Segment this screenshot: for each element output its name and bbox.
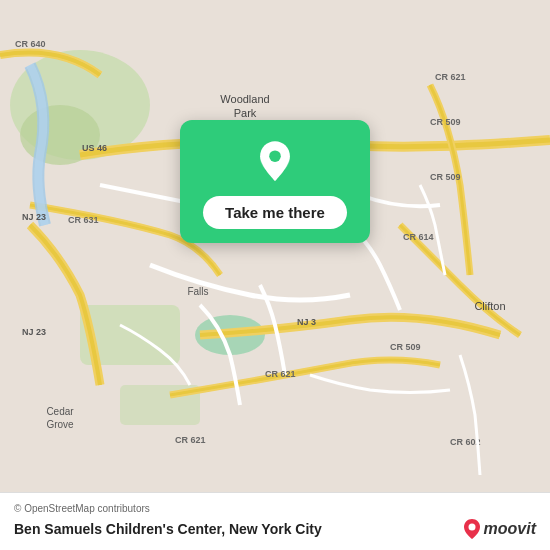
svg-text:Park: Park [234,107,257,119]
take-me-there-button[interactable]: Take me there [203,196,347,229]
svg-text:Woodland: Woodland [220,93,269,105]
moovit-logo: moovit [463,518,536,540]
bottom-bar: © OpenStreetMap contributors Ben Samuels… [0,492,550,550]
svg-text:NJ 3: NJ 3 [297,317,316,327]
svg-text:CR 631: CR 631 [68,215,99,225]
map-attribution: © OpenStreetMap contributors [14,503,536,514]
svg-text:CR 621: CR 621 [435,72,466,82]
svg-point-27 [269,150,281,162]
svg-text:CR 621: CR 621 [265,369,296,379]
place-name: Ben Samuels Children's Center, New York … [14,521,322,537]
svg-text:CR 621: CR 621 [175,435,206,445]
svg-text:Cedar: Cedar [46,406,74,417]
location-pin-icon [251,138,299,186]
svg-text:Clifton: Clifton [474,300,505,312]
moovit-pin-icon [463,518,481,540]
svg-text:Falls: Falls [187,286,208,297]
svg-text:CR 509: CR 509 [390,342,421,352]
map-background: CR 640 US 46 NJ 23 NJ 23 CR 631 NJ 3 CR … [0,0,550,550]
svg-point-28 [468,524,475,531]
svg-text:US 46: US 46 [82,143,107,153]
svg-text:NJ 23: NJ 23 [22,212,46,222]
svg-text:CR 509: CR 509 [430,117,461,127]
svg-text:CR 509: CR 509 [430,172,461,182]
svg-text:NJ 23: NJ 23 [22,327,46,337]
moovit-brand-text: moovit [484,520,536,538]
place-info: Ben Samuels Children's Center, New York … [14,518,536,540]
svg-text:Grove: Grove [46,419,74,430]
svg-text:CR 614: CR 614 [403,232,434,242]
action-card: Take me there [180,120,370,243]
map-container: CR 640 US 46 NJ 23 NJ 23 CR 631 NJ 3 CR … [0,0,550,550]
svg-text:CR 640: CR 640 [15,39,46,49]
